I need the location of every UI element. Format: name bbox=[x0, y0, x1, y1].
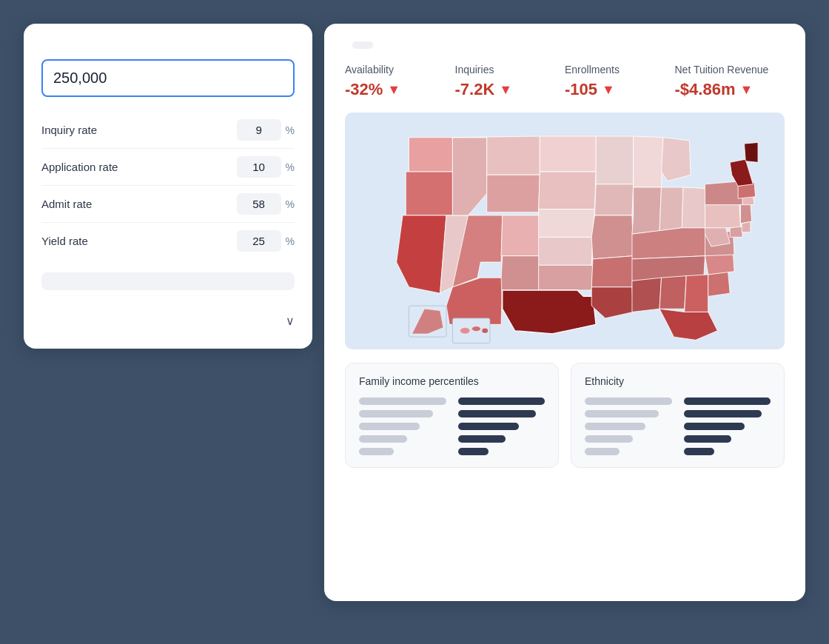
bar-light-3 bbox=[585, 435, 633, 443]
svg-marker-23 bbox=[634, 136, 663, 187]
yield-rate-row: Yield rate % bbox=[41, 223, 295, 259]
enrollment-funnel-panel: Inquiry rate % Application rate % Admit … bbox=[24, 24, 312, 349]
svg-marker-2 bbox=[406, 172, 452, 215]
svg-marker-24 bbox=[662, 138, 691, 181]
svg-marker-16 bbox=[539, 265, 593, 290]
arrow-down-icon: ▼ bbox=[499, 82, 512, 98]
bar-light-0 bbox=[359, 398, 446, 405]
ethnicity-card: Ethnicity bbox=[571, 363, 785, 468]
admit-rate-row: Admit rate % bbox=[41, 186, 295, 223]
svg-marker-1 bbox=[409, 138, 452, 172]
rates-container: Inquiry rate % Application rate % Admit … bbox=[41, 112, 295, 259]
us-map bbox=[345, 113, 785, 349]
metric-inquiries: Inquiries -7.2K ▼ bbox=[455, 64, 565, 99]
svg-marker-40 bbox=[730, 227, 742, 237]
app-container: Inquiry rate % Application rate % Admit … bbox=[0, 0, 829, 644]
metrics-row: Availability -32% ▼ Inquiries -7.2K ▼ En… bbox=[345, 64, 785, 99]
bar-dark-4 bbox=[458, 448, 489, 455]
revenue-value bbox=[41, 272, 295, 290]
svg-marker-41 bbox=[740, 203, 751, 224]
semester-badge[interactable] bbox=[352, 41, 373, 49]
admit-rate-right: % bbox=[237, 193, 295, 215]
yield-rate-label: Yield rate bbox=[41, 235, 88, 247]
bar-dark-3 bbox=[684, 435, 732, 443]
family-income-card-content bbox=[359, 398, 545, 455]
inquiry-rate-right: % bbox=[237, 119, 295, 141]
svg-marker-28 bbox=[632, 228, 707, 259]
admit-rate-pct: % bbox=[286, 198, 295, 210]
application-rate-pct: % bbox=[286, 161, 295, 173]
bar-light-2 bbox=[585, 423, 645, 430]
svg-marker-26 bbox=[659, 187, 683, 231]
bar-dark-1 bbox=[684, 410, 762, 417]
family-income-card-right-bars bbox=[458, 398, 546, 455]
metric-value-enrollments: -105 ▼ bbox=[565, 80, 663, 99]
bar-dark-3 bbox=[458, 435, 506, 443]
bar-light-3 bbox=[359, 435, 407, 443]
svg-marker-15 bbox=[539, 237, 593, 265]
admit-rate-label: Admit rate bbox=[41, 198, 92, 210]
application-rate-row: Application rate % bbox=[41, 149, 295, 186]
svg-marker-31 bbox=[659, 276, 686, 309]
arrow-down-icon: ▼ bbox=[602, 82, 615, 98]
inquiry-rate-label: Inquiry rate bbox=[41, 124, 97, 136]
svg-marker-32 bbox=[685, 275, 708, 312]
svg-marker-12 bbox=[540, 136, 596, 172]
svg-point-52 bbox=[482, 328, 488, 333]
svg-marker-30 bbox=[632, 278, 662, 312]
metric-enrollments: Enrollments -105 ▼ bbox=[565, 64, 675, 99]
svg-marker-38 bbox=[705, 203, 740, 228]
svg-marker-25 bbox=[632, 187, 662, 234]
revenue-section bbox=[41, 272, 295, 290]
bar-light-1 bbox=[585, 410, 659, 417]
family-income-card-title: Family income percentiles bbox=[359, 375, 545, 387]
inquiry-rate-input[interactable] bbox=[237, 119, 281, 141]
specify-segments-toggle[interactable]: ∨ bbox=[41, 308, 295, 328]
svg-marker-21 bbox=[591, 256, 633, 287]
svg-marker-45 bbox=[745, 142, 759, 162]
metric-net-tuition-revenue: Net Tuition Revenue -$4.86m ▼ bbox=[675, 64, 785, 99]
yield-rate-input[interactable] bbox=[237, 230, 281, 252]
svg-point-51 bbox=[472, 326, 481, 332]
ethnicity-card-right-bars bbox=[684, 398, 771, 455]
svg-marker-7 bbox=[487, 175, 540, 212]
application-rate-input[interactable] bbox=[237, 156, 281, 178]
admit-rate-input[interactable] bbox=[237, 193, 281, 215]
bar-light-1 bbox=[359, 410, 433, 417]
inquiry-rate-row: Inquiry rate % bbox=[41, 112, 295, 149]
metric-name-inquiries: Inquiries bbox=[455, 64, 554, 76]
application-rate-right: % bbox=[237, 156, 295, 178]
svg-marker-20 bbox=[591, 215, 633, 259]
bar-light-0 bbox=[585, 398, 672, 405]
bar-dark-2 bbox=[684, 423, 745, 430]
metric-name-availability: Availability bbox=[345, 64, 443, 76]
bar-dark-2 bbox=[458, 423, 519, 430]
bottom-cards: Family income percentiles Ethnicity bbox=[345, 363, 785, 468]
svg-marker-14 bbox=[539, 209, 595, 238]
svg-marker-34 bbox=[708, 272, 730, 297]
family-income-card-left-bars bbox=[359, 398, 446, 455]
family-income-card: Family income percentiles bbox=[345, 363, 559, 468]
svg-marker-46 bbox=[742, 221, 751, 232]
bar-light-4 bbox=[585, 448, 620, 455]
ethnicity-card-title: Ethnicity bbox=[585, 375, 771, 387]
projected-header bbox=[345, 41, 785, 49]
bar-dark-1 bbox=[458, 410, 537, 417]
svg-marker-19 bbox=[594, 184, 633, 215]
arrow-down-icon: ▼ bbox=[387, 82, 400, 98]
metric-name-enrollments: Enrollments bbox=[565, 64, 663, 76]
inquiry-rate-pct: % bbox=[286, 124, 295, 136]
metric-value-availability: -32% ▼ bbox=[345, 80, 443, 99]
ethnicity-card-content bbox=[585, 398, 771, 455]
yield-rate-right: % bbox=[237, 230, 295, 252]
svg-marker-13 bbox=[539, 172, 596, 209]
metric-value-inquiries: -7.2K ▼ bbox=[455, 80, 554, 99]
yield-rate-pct: % bbox=[286, 235, 295, 247]
bar-dark-0 bbox=[684, 398, 771, 405]
svg-marker-17 bbox=[503, 290, 596, 334]
total-name-buys-input[interactable] bbox=[41, 59, 295, 97]
metric-value-net-tuition-revenue: -$4.86m ▼ bbox=[675, 80, 773, 99]
svg-marker-18 bbox=[596, 136, 634, 184]
bar-dark-0 bbox=[458, 398, 546, 405]
bar-light-2 bbox=[359, 423, 420, 430]
